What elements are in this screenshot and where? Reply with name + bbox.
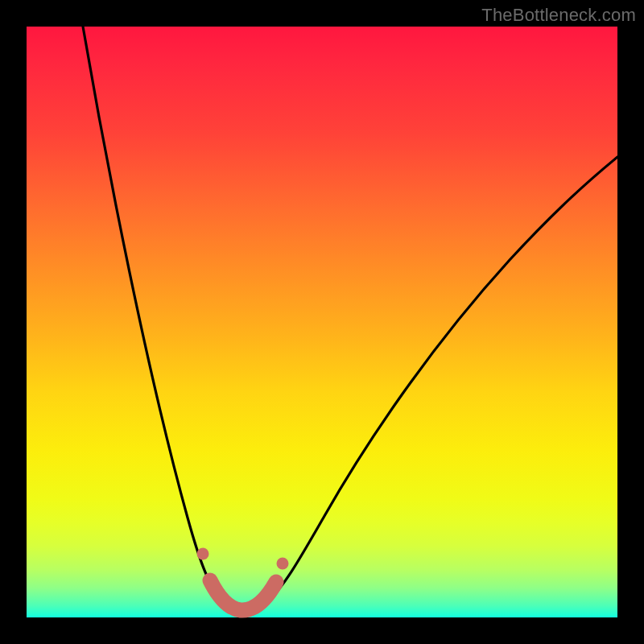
watermark-text: TheBottleneck.com <box>481 5 636 26</box>
curve-path <box>83 27 617 610</box>
plot-area <box>27 27 617 617</box>
chart-frame: TheBottleneck.com <box>0 0 644 644</box>
marker-right-upper <box>277 558 289 570</box>
bottleneck-curve <box>27 27 617 617</box>
marker-left-upper <box>197 548 209 560</box>
bottom-thick-segment <box>210 580 276 610</box>
